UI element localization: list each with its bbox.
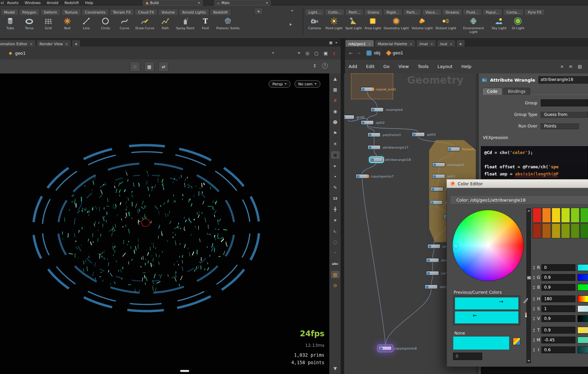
palette-swatch[interactable] (571, 208, 579, 223)
shelf-tab[interactable]: Conta... (503, 9, 524, 15)
node-name-field[interactable]: attribwrangle18 (538, 76, 588, 84)
scene-viewport[interactable]: Persp No cam 24fps 12.13ms 1,032 prims 4… (0, 73, 329, 374)
palette-swatch[interactable] (561, 223, 570, 238)
new-pane-tab-button[interactable]: + (72, 40, 80, 47)
shelf-tab[interactable]: Rigid... (383, 9, 402, 15)
channel-value-field[interactable]: 0.9 (541, 327, 575, 334)
none-color-swatch[interactable] (453, 336, 509, 350)
light-icon[interactable]: ☀ (331, 140, 339, 148)
notes-icon[interactable]: ▤ (578, 64, 582, 69)
shelf-tool[interactable]: Volume Light (410, 15, 434, 30)
eyedropper-icon[interactable] (523, 298, 529, 304)
spinner-icon[interactable] (532, 338, 536, 342)
text-display-icon[interactable]: abc (331, 260, 339, 267)
desktop-build-select[interactable]: ▦ Build (143, 0, 203, 5)
cube-display-icon[interactable]: ▢ (314, 51, 318, 56)
channel-slider[interactable] (577, 295, 588, 302)
channel-value-field[interactable]: -0.45 (541, 337, 575, 343)
shelf-tool[interactable]: Torus (20, 15, 39, 30)
current-color-swatch[interactable]: → (455, 297, 519, 310)
channel-slider[interactable] (577, 305, 588, 312)
follow-target-icon[interactable]: ◎ (305, 51, 309, 56)
menu-item[interactable]: Windows (22, 1, 44, 5)
run-over-select[interactable]: Points (541, 123, 579, 129)
burst-icon[interactable]: ∗ (331, 217, 339, 224)
persp-view-button[interactable]: Persp (269, 80, 290, 88)
menu-item[interactable]: Arnold (44, 1, 61, 5)
spinner-icon[interactable] (532, 328, 536, 332)
forward-arrow-icon[interactable]: → (356, 50, 360, 56)
lasso-icon[interactable]: ◌ (331, 238, 339, 245)
shelf-menu-caret-icon[interactable] (291, 10, 293, 12)
shelf-tab[interactable]: Collis... (325, 9, 345, 15)
shelf-tab[interactable]: Terrain FX (110, 9, 134, 15)
pen-icon[interactable]: ✎ (331, 184, 339, 191)
measure-icon[interactable]: ∟ (331, 227, 339, 235)
snap-grid-icon[interactable]: ∷ (130, 62, 140, 72)
close-tab-icon[interactable]: × (430, 42, 433, 46)
network-node-resample5[interactable]: resample5 (432, 163, 445, 167)
path-dropdown-caret-icon[interactable] (272, 52, 274, 54)
spinner-icon[interactable] (532, 307, 536, 311)
network-node-grid1[interactable]: grid1 (344, 115, 354, 119)
palette-swatch[interactable] (542, 208, 551, 223)
network-menu-item[interactable]: View (394, 64, 413, 69)
shelf-tool[interactable]: Circle (96, 15, 115, 30)
scroll-down-icon[interactable]: ▼ (331, 365, 339, 372)
palette-swatch[interactable] (561, 208, 570, 223)
slider-handle[interactable] (527, 276, 531, 279)
palette-swatch[interactable] (533, 223, 541, 238)
none-value-field[interactable]: 0 (453, 353, 482, 360)
network-node-split2[interactable]: split2 (361, 120, 374, 125)
shelf-tab[interactable]: Visco... (422, 9, 441, 15)
channel-slider[interactable] (577, 327, 588, 334)
scrollbar-handle[interactable] (180, 370, 189, 372)
close-tab-icon[interactable]: × (409, 42, 412, 46)
channel-value-field[interactable]: 0 (541, 264, 575, 271)
network-node-add1[interactable]: add1 (432, 174, 445, 178)
network-node-carve1[interactable]: carve1 (426, 271, 439, 275)
channel-slider[interactable] (577, 315, 588, 322)
pane-tab[interactable]: /mat × (416, 40, 436, 47)
shelf-tool[interactable]: Platonic Solids (215, 15, 241, 30)
shelf-tool[interactable]: Curve (115, 15, 134, 30)
network-node-attribwrangle19[interactable]: attribwrangle19 (425, 285, 438, 289)
close-tab-icon[interactable]: × (368, 42, 371, 46)
scene-path-label[interactable]: geo1 (15, 51, 26, 56)
shelf-tab[interactable]: Constraints (82, 9, 109, 15)
shelf-tab[interactable]: Popul... (483, 9, 503, 15)
tree-list-icon[interactable]: ≡ (569, 64, 573, 69)
actor-icon[interactable]: ☻ (331, 119, 339, 126)
channel-value-field[interactable]: 0.9 (541, 284, 575, 291)
network-node-foreach_begin1[interactable]: foreach_begin1 (447, 147, 460, 151)
shelf-tab[interactable]: Parti... (403, 9, 421, 15)
new-pane-tab-button[interactable]: + (456, 40, 465, 47)
palette-swatch[interactable] (571, 223, 579, 238)
shelf-tab[interactable]: Polygon (19, 9, 40, 15)
shelf-tab[interactable]: Texture (61, 9, 81, 15)
shelf-tool[interactable]: GI Light (508, 15, 527, 30)
color-sampler-icon[interactable] (523, 312, 529, 318)
value-slider[interactable] (526, 208, 531, 363)
select-arrow-icon[interactable]: ▸ (331, 162, 339, 169)
shelf-tab[interactable]: Model (1, 9, 18, 15)
group-input[interactable] (541, 99, 588, 106)
slider-up-icon[interactable] (527, 210, 530, 211)
shelf-tab[interactable]: Redshift (210, 9, 231, 15)
spinner-icon[interactable] (532, 297, 536, 301)
network-node-polyframe1[interactable]: polyframe1 (368, 133, 381, 137)
shelf-tab[interactable]: Oceans (442, 9, 462, 15)
pane-tab[interactable]: /obj/geo1 × (345, 40, 374, 47)
palette-swatch[interactable] (552, 208, 560, 223)
location-pin-icon[interactable]: ⊙ (331, 282, 339, 289)
network-node-copytopoints7[interactable]: copytopoints7 (356, 174, 369, 178)
palette-icon[interactable] (513, 338, 520, 345)
shelf-tab[interactable]: Volume (158, 9, 178, 15)
menu-item[interactable]: Assets (4, 1, 21, 5)
channel-value-field[interactable]: 0.6 (541, 346, 575, 353)
shelf-tool[interactable]: Sky Light (489, 15, 508, 30)
channel-slider[interactable] (577, 264, 588, 271)
help-icon[interactable]: ? (322, 63, 328, 69)
pane-tab[interactable]: nimation Editor × (0, 40, 36, 47)
group-type-select[interactable]: Guess from (541, 111, 588, 118)
